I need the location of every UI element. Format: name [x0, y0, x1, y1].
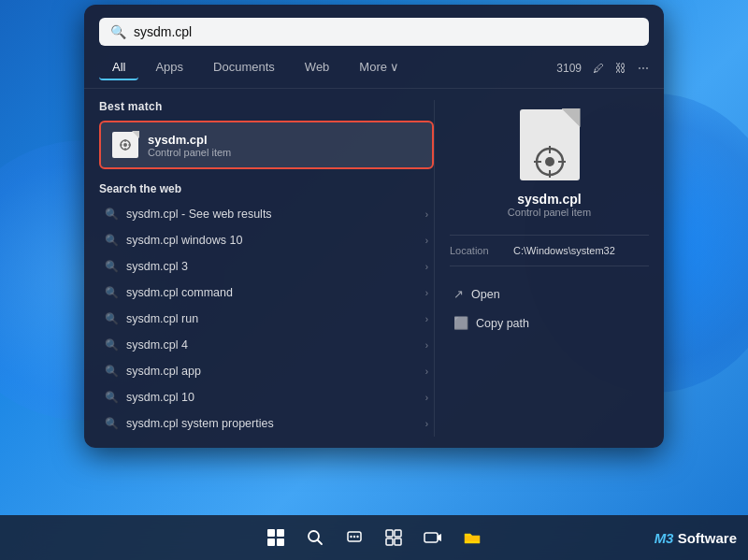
- chevron-right-icon: ›: [425, 340, 428, 351]
- list-item[interactable]: 🔍 sysdm.cpl - See web results ›: [99, 201, 434, 227]
- search-input[interactable]: [134, 24, 638, 39]
- best-match-title: Best match: [99, 100, 434, 113]
- search-icon: 🔍: [105, 338, 119, 352]
- chevron-right-icon: ›: [425, 236, 428, 246]
- left-panel: Best match sysdm.cpl: [99, 100, 434, 437]
- action-open[interactable]: ↗ Open: [450, 280, 649, 309]
- chevron-right-icon: ›: [425, 419, 428, 429]
- taskbar-taskview-icon[interactable]: [377, 521, 410, 554]
- open-icon: ↗: [453, 287, 464, 301]
- chevron-right-icon: ›: [425, 262, 428, 272]
- search-bar-container: 🔍: [99, 18, 649, 46]
- copy-icon: ⬜: [453, 316, 468, 330]
- svg-point-7: [545, 157, 554, 166]
- svg-point-1: [123, 143, 127, 147]
- search-icon: 🔍: [105, 391, 119, 404]
- web-search-list: 🔍 sysdm.cpl - See web results › 🔍 sysdm.…: [99, 201, 434, 437]
- taskbar-chat-icon[interactable]: [338, 521, 371, 554]
- list-item[interactable]: 🔍 sysdm.cpl app ›: [99, 358, 434, 384]
- action-copy-path[interactable]: ⬜ Copy path: [450, 309, 649, 337]
- taskbar-files-icon[interactable]: [455, 521, 489, 554]
- content-area: Best match sysdm.cpl: [84, 89, 664, 448]
- nav-count: 3109: [556, 62, 582, 75]
- desktop: 🔍 All Apps Documents Web More ∨ 3109 🖊 ⛓…: [0, 0, 748, 560]
- taskbar-center: [259, 521, 489, 554]
- search-bar-icon: 🔍: [110, 24, 126, 39]
- divider: [450, 235, 649, 236]
- svg-rect-20: [386, 538, 393, 545]
- svg-point-16: [353, 536, 355, 538]
- chevron-right-icon: ›: [425, 209, 428, 220]
- svg-line-13: [318, 540, 323, 545]
- action-list: ↗ Open ⬜ Copy path: [450, 280, 649, 337]
- chevron-right-icon: ›: [425, 288, 428, 298]
- nav-tabs: All Apps Documents Web More ∨ 3109 🖊 ⛓ ⋯: [84, 55, 664, 89]
- link-icon[interactable]: ⛓: [615, 62, 626, 75]
- best-match-name: sysdm.cpl: [148, 133, 231, 147]
- svg-rect-19: [395, 530, 401, 537]
- list-item[interactable]: 🔍 sysdm.cpl 10 ›: [99, 384, 434, 410]
- web-search-title: Search the web: [99, 182, 434, 195]
- list-item[interactable]: 🔍 sysdm.cpl system properties ›: [99, 410, 434, 437]
- tab-more[interactable]: More ∨: [346, 55, 412, 80]
- location-label: Location: [450, 245, 506, 256]
- svg-point-17: [356, 536, 358, 538]
- svg-point-15: [350, 536, 352, 538]
- tab-apps[interactable]: Apps: [142, 55, 196, 80]
- chevron-right-icon: ›: [425, 314, 428, 324]
- tab-web[interactable]: Web: [292, 55, 343, 80]
- search-icon: 🔍: [105, 260, 119, 273]
- tab-all[interactable]: All: [99, 55, 138, 80]
- chevron-right-icon: ›: [425, 393, 428, 403]
- windows-start-button[interactable]: [259, 521, 293, 554]
- m3-logo: M3 Software: [654, 530, 737, 546]
- more-icon[interactable]: ⋯: [638, 62, 649, 75]
- chevron-down-icon: ∨: [390, 60, 399, 74]
- taskbar-search-icon[interactable]: [298, 521, 332, 554]
- list-item[interactable]: 🔍 sysdm.cpl 3 ›: [99, 253, 434, 280]
- right-panel: sysdm.cpl Control panel item Location C:…: [434, 100, 649, 437]
- taskbar-right: M3 Software: [654, 530, 737, 546]
- windows-logo: [267, 529, 284, 546]
- location-value: C:\Windows\system32: [513, 245, 615, 256]
- location-row: Location C:\Windows\system32: [450, 241, 649, 260]
- search-icon: 🔍: [105, 417, 119, 430]
- best-match-text: sysdm.cpl Control panel item: [148, 133, 231, 158]
- taskbar-camera-icon[interactable]: [416, 521, 450, 554]
- best-match-icon: [112, 132, 138, 158]
- file-icon-large: [520, 109, 580, 180]
- search-icon: 🔍: [105, 286, 119, 299]
- search-icon: 🔍: [105, 312, 119, 325]
- svg-rect-18: [386, 530, 393, 537]
- best-match-item[interactable]: sysdm.cpl Control panel item: [99, 121, 434, 169]
- right-file-name: sysdm.cpl: [517, 192, 581, 207]
- list-item[interactable]: 🔍 sysdm.cpl run ›: [99, 306, 434, 332]
- search-icon: 🔍: [105, 365, 119, 378]
- taskbar: M3 Software: [0, 515, 748, 560]
- list-item[interactable]: 🔍 sysdm.cpl 4 ›: [99, 332, 434, 358]
- right-file-type: Control panel item: [508, 207, 591, 218]
- tab-documents[interactable]: Documents: [200, 55, 288, 80]
- pen-icon[interactable]: 🖊: [593, 62, 604, 75]
- best-match-type: Control panel item: [148, 147, 231, 158]
- search-icon: 🔍: [105, 208, 119, 221]
- list-item[interactable]: 🔍 sysdm.cpl command ›: [99, 280, 434, 306]
- nav-right-icons: 3109 🖊 ⛓ ⋯: [556, 62, 649, 75]
- svg-rect-22: [424, 533, 438, 542]
- divider2: [450, 266, 649, 266]
- svg-rect-21: [395, 538, 401, 545]
- chevron-right-icon: ›: [425, 366, 428, 377]
- list-item[interactable]: 🔍 sysdm.cpl windows 10 ›: [99, 227, 434, 253]
- search-panel: 🔍 All Apps Documents Web More ∨ 3109 🖊 ⛓…: [84, 5, 664, 448]
- search-icon: 🔍: [105, 234, 119, 247]
